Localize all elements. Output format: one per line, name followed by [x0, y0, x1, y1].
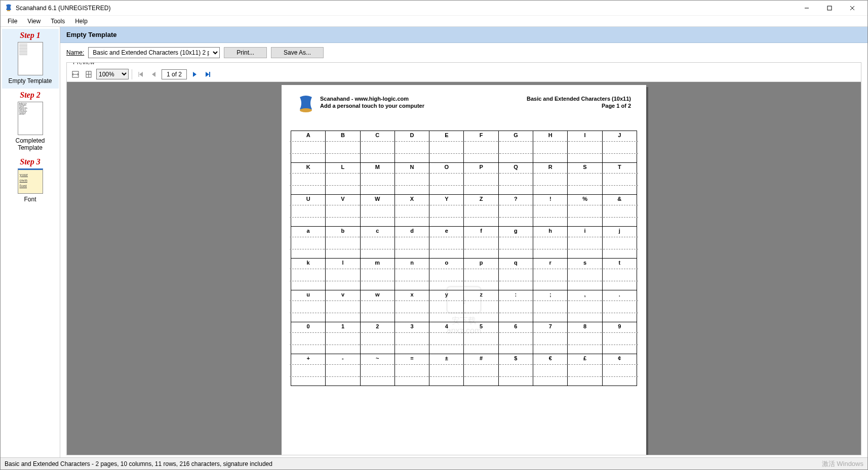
grid-cell: L	[326, 163, 360, 195]
character-grid: ABCDEFGHIJKLMNOPQRSTUVWXYZ?!%&abcdefghij…	[291, 131, 637, 386]
grid-cell: 7	[533, 322, 568, 354]
preview-legend: Preview	[71, 62, 97, 66]
grid-cell: C	[360, 131, 394, 163]
grid-cell: ?	[498, 195, 533, 227]
grid-cell: d	[394, 227, 429, 259]
grid-cell: v	[326, 290, 360, 322]
grid-cell: -	[326, 354, 360, 386]
grid-cell: ~	[360, 354, 394, 386]
preview-toolbar: 100% 1 of 2	[67, 67, 861, 82]
grid-cell: K	[291, 163, 326, 195]
grid-cell: G	[498, 131, 533, 163]
app-icon	[5, 4, 13, 12]
page-header-line1: Scanahand - www.high-logic.com	[320, 95, 424, 102]
last-page-icon[interactable]	[202, 69, 213, 80]
grid-cell: 9	[602, 322, 637, 354]
svg-marker-11	[139, 72, 143, 77]
page-title: Empty Template	[60, 27, 867, 43]
grid-cell: l	[326, 259, 360, 290]
grid-cell: T	[602, 163, 637, 195]
grid-cell: 6	[498, 322, 533, 354]
grid-cell: S	[568, 163, 602, 195]
grid-cell: I	[568, 131, 602, 163]
grid-cell: i	[568, 227, 602, 259]
grid-cell: n	[394, 259, 429, 290]
grid-cell: p	[464, 259, 498, 290]
menu-tools[interactable]: Tools	[46, 17, 70, 26]
grid-cell: c	[360, 227, 394, 259]
grid-cell: 4	[429, 322, 464, 354]
grid-cell: P	[464, 163, 498, 195]
grid-cell: V	[326, 195, 360, 227]
save-as-button[interactable]: Save As...	[271, 47, 324, 58]
grid-cell: w	[360, 290, 394, 322]
grid-cell: 8	[568, 322, 602, 354]
grid-cell: t	[602, 259, 637, 290]
grid-cell: f	[464, 227, 498, 259]
grid-cell: s	[568, 259, 602, 290]
fit-page-icon[interactable]	[83, 69, 94, 80]
grid-cell: +	[291, 354, 326, 386]
print-button[interactable]: Print...	[224, 47, 267, 58]
grid-cell: r	[533, 259, 568, 290]
grid-cell: =	[394, 354, 429, 386]
title-bar: Scanahand 6.1 (UNREGISTERED)	[1, 1, 867, 16]
step-title: Step 2	[3, 91, 58, 100]
grid-cell: e	[429, 227, 464, 259]
first-page-icon[interactable]	[135, 69, 146, 80]
step-3-font[interactable]: Step 3 your own font Font	[2, 155, 59, 207]
grid-cell: 5	[464, 322, 498, 354]
grid-cell: k	[291, 259, 326, 290]
grid-cell: :	[498, 290, 533, 322]
step-1-empty-template[interactable]: Step 1 ▯▯▯▯▯▯▯▯▯▯▯▯▯▯▯▯▯▯▯▯▯▯▯▯▯▯▯▯▯▯▯▯▯…	[2, 29, 59, 89]
svg-marker-13	[193, 72, 196, 77]
step-label: Empty Template	[3, 77, 58, 84]
grid-cell: j	[602, 227, 637, 259]
grid-cell: b	[326, 227, 360, 259]
grid-cell: %	[568, 195, 602, 227]
scanahand-logo-icon	[297, 95, 315, 113]
grid-cell: X	[394, 195, 429, 227]
prev-page-icon[interactable]	[148, 69, 160, 80]
svg-rect-2	[827, 6, 832, 10]
grid-cell: ;	[533, 290, 568, 322]
grid-cell: Z	[464, 195, 498, 227]
page-indicator: 1 of 2	[162, 69, 187, 79]
grid-cell: A	[291, 131, 326, 163]
grid-cell: U	[291, 195, 326, 227]
grid-cell: 0	[291, 322, 326, 354]
preview-group: Preview 100%	[66, 62, 861, 455]
grid-cell: Q	[498, 163, 533, 195]
page-header-right1: Basic and Extended Characters (10x11)	[527, 95, 631, 102]
fit-width-icon[interactable]	[70, 69, 81, 80]
svg-point-16	[300, 108, 312, 112]
step-label: Completed Template	[3, 137, 58, 151]
zoom-select[interactable]: 100%	[96, 69, 129, 79]
next-page-icon[interactable]	[189, 69, 200, 80]
grid-cell: R	[533, 163, 568, 195]
minimize-button[interactable]	[795, 1, 818, 15]
template-name-select[interactable]: Basic and Extended Characters (10x11) 2 …	[88, 47, 220, 58]
grid-cell: &	[602, 195, 637, 227]
menu-view[interactable]: View	[22, 17, 46, 26]
maximize-button[interactable]	[818, 1, 841, 15]
name-label: Name:	[66, 49, 84, 56]
grid-cell: #	[464, 354, 498, 386]
close-button[interactable]	[841, 1, 863, 15]
svg-rect-0	[7, 10, 10, 11]
windows-activation-watermark: 激活 Windows	[822, 459, 863, 468]
preview-canvas[interactable]: Scanahand - www.high-logic.com Add a per…	[67, 82, 861, 455]
step-2-completed-template[interactable]: Step 2 AaBbCcDdEeFfGgHhIiJjKkLlMmNnOoPpQ…	[2, 89, 59, 155]
menu-file[interactable]: File	[3, 17, 22, 26]
grid-cell: B	[326, 131, 360, 163]
grid-cell: H	[533, 131, 568, 163]
grid-cell: D	[394, 131, 429, 163]
grid-cell: a	[291, 227, 326, 259]
svg-marker-12	[152, 72, 155, 77]
svg-marker-14	[206, 72, 209, 77]
name-row: Name: Basic and Extended Characters (10x…	[60, 43, 867, 62]
grid-cell: Y	[429, 195, 464, 227]
template-page: Scanahand - www.high-logic.com Add a per…	[282, 85, 646, 455]
menu-help[interactable]: Help	[70, 17, 93, 26]
grid-cell: $	[498, 354, 533, 386]
